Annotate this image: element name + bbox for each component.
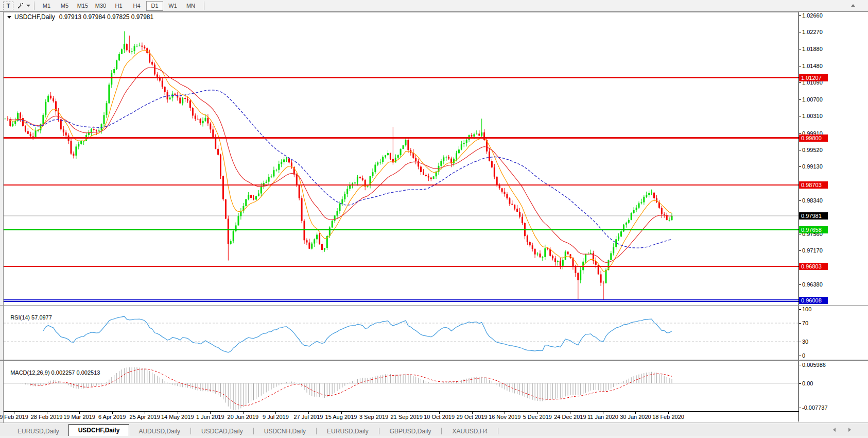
- main-chart-canvas[interactable]: [4, 12, 798, 305]
- scroll-up-icon[interactable]: [851, 4, 855, 7]
- date-label: 14 May 2019: [161, 414, 194, 420]
- price-tick-label: 0.98340: [802, 197, 823, 204]
- tab-scroll-left-button[interactable]: [833, 428, 836, 432]
- timeframe-m5[interactable]: M5: [56, 1, 73, 11]
- price-tick-label: 0.97170: [802, 247, 823, 254]
- timeframe-d1[interactable]: D1: [146, 1, 163, 11]
- tab-eurusd-daily[interactable]: EURUSD,Daily: [8, 426, 68, 436]
- date-label: 6 Apr 2019: [98, 414, 126, 420]
- price-tick-label: 1.02270: [802, 29, 823, 36]
- horizontal-level-line[interactable]: [4, 266, 798, 267]
- timeframe-m15[interactable]: M15: [74, 1, 91, 11]
- tab-usdcnh-daily[interactable]: USDCNH,Daily: [255, 426, 315, 436]
- timeframe-mn[interactable]: MN: [182, 1, 199, 11]
- horizontal-level-line[interactable]: [4, 184, 798, 186]
- rsi-canvas[interactable]: [4, 306, 798, 360]
- tab-usdcad-daily[interactable]: USDCAD,Daily: [192, 426, 252, 436]
- arrange-tool-button[interactable]: [16, 1, 30, 10]
- date-label: 18 Feb 2020: [652, 414, 684, 420]
- date-label: 1 Jun 2019: [196, 414, 224, 420]
- date-label: 24 Dec 2019: [554, 414, 586, 420]
- toolbar-separator: [34, 2, 34, 10]
- rsi-label: RSI(14): [10, 314, 30, 321]
- rsi-axis-label: 70: [802, 320, 808, 327]
- price-badge-0.97981: 0.97981: [799, 212, 828, 220]
- date-label: 29 Oct 2019: [457, 414, 488, 420]
- tab-eurusd-daily[interactable]: EURUSD,Daily: [318, 426, 378, 436]
- macd-axis-label: 0.005986: [802, 362, 826, 368]
- rsi-axis-tick: [798, 356, 801, 356]
- chevron-down-icon: [26, 5, 30, 7]
- macd-axis-tick: [798, 383, 801, 384]
- price-tick: [798, 32, 801, 32]
- date-label: 5 Dec 2019: [523, 414, 552, 420]
- horizontal-level-line[interactable]: [4, 137, 798, 139]
- rsi-axis-label: 30: [802, 339, 808, 345]
- tab-scroll-right-button[interactable]: [848, 428, 851, 432]
- rsi-axis-tick: [798, 342, 801, 342]
- rsi-value: 57.0977: [31, 314, 52, 321]
- date-label: 16 Nov 2019: [489, 414, 520, 420]
- diagonal-arrows-icon: [16, 2, 25, 10]
- price-tick: [798, 200, 801, 201]
- panel-splitter-macd[interactable]: [0, 360, 868, 361]
- bottom-strip: [0, 436, 868, 438]
- price-tick-label: 1.00310: [802, 113, 823, 120]
- tab-gbpusd-daily[interactable]: GBPUSD,Daily: [380, 426, 441, 436]
- price-tick-label: 1.02660: [802, 12, 823, 19]
- tab-xauusd-h4[interactable]: XAUUSD,H4: [443, 426, 497, 436]
- macd-panel-label: MACD(12,26,9) 0.002257 0.002513: [7, 363, 100, 376]
- macd-axis-tick: [798, 408, 801, 408]
- macd-axis-label: 0.00: [802, 380, 813, 387]
- timeframe-m1[interactable]: M1: [38, 1, 55, 11]
- date-label: 27 Jul 2019: [293, 414, 323, 420]
- timeframe-h1[interactable]: H1: [110, 1, 127, 11]
- price-tick: [798, 284, 801, 285]
- tab-separator: [190, 428, 191, 434]
- date-label: 10 Oct 2019: [424, 414, 455, 420]
- tab-separator: [316, 428, 317, 434]
- price-badge-0.98703: 0.98703: [799, 181, 828, 189]
- price-tick-label: 0.99130: [802, 163, 823, 170]
- date-label: 3 Sep 2019: [359, 414, 388, 420]
- price-tick-label: 1.00700: [802, 96, 823, 103]
- timeframe-buttons: M1M5M15M30H1H4D1W1MN: [38, 1, 200, 11]
- date-label: 20 Jun 2019: [228, 414, 259, 420]
- macd-label: MACD(12,26,9): [10, 369, 49, 376]
- horizontal-level-line[interactable]: [4, 229, 798, 230]
- tab-audusd-daily[interactable]: AUDUSD,Daily: [129, 426, 189, 436]
- timeframe-h4[interactable]: H4: [128, 1, 145, 11]
- date-label: 15 Aug 2019: [325, 414, 357, 420]
- price-tick-label: 0.99520: [802, 147, 823, 154]
- date-label: 21 Sep 2019: [390, 414, 422, 420]
- price-tick: [798, 66, 801, 66]
- date-label: 19 Mar 2019: [63, 414, 95, 420]
- tab-separator: [253, 428, 254, 434]
- price-tick-label: 0.96380: [802, 281, 823, 288]
- horizontal-level-line-double[interactable]: [4, 299, 798, 302]
- price-tick: [798, 133, 801, 134]
- macd-axis-label: -0.007737: [802, 405, 828, 411]
- tab-separator: [379, 428, 379, 434]
- timeframe-w1[interactable]: W1: [164, 1, 181, 11]
- timeframe-m30[interactable]: M30: [92, 1, 109, 11]
- price-tick: [798, 150, 801, 150]
- date-axis-line: [4, 411, 798, 412]
- date-label: 11 Jan 2020: [587, 414, 618, 420]
- price-badge-1.01207: 1.01207: [799, 74, 828, 81]
- date-label: 9 Jul 2019: [263, 414, 289, 420]
- tab-strip: EURUSD,DailyUSDCHF,DailyAUDUSD,DailyUSDC…: [0, 423, 499, 436]
- tab-separator: [441, 428, 442, 434]
- price-tick: [798, 116, 801, 116]
- tab-usdchf-daily[interactable]: USDCHF,Daily: [68, 424, 130, 436]
- rsi-panel-label: RSI(14) 57.0977: [7, 308, 52, 321]
- price-tick: [798, 15, 801, 16]
- price-tick: [798, 250, 801, 251]
- price-badge-0.99800: 0.99800: [799, 134, 828, 142]
- macd-canvas[interactable]: [4, 361, 798, 411]
- price-tick: [798, 234, 801, 234]
- horizontal-level-line[interactable]: [4, 77, 798, 78]
- panel-splitter-rsi[interactable]: [0, 305, 868, 306]
- text-tool-button[interactable]: T: [3, 1, 13, 10]
- date-label: 28 Feb 2019: [31, 414, 63, 420]
